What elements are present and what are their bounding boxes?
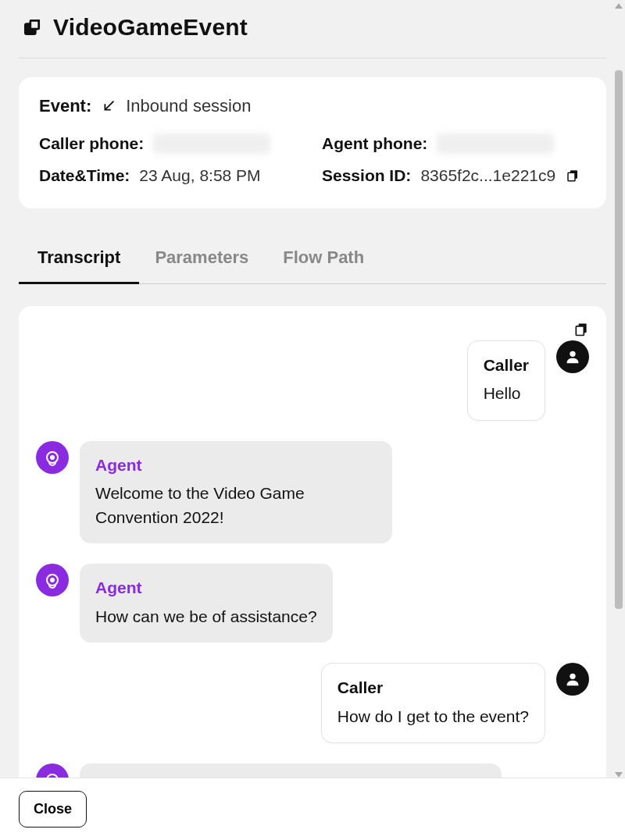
svg-point-6 [570, 351, 575, 357]
inbound-arrow-icon [99, 97, 118, 116]
agent-bubble: Agent How can we be of assistance? [80, 564, 333, 642]
caller-phone-value-redacted [153, 133, 270, 154]
session-id-label: Session ID: [322, 166, 411, 185]
caller-bubble: Caller Hello [467, 340, 545, 421]
agent-name-label: Agent [95, 576, 317, 600]
caller-phone-label: Caller phone: [39, 134, 144, 153]
close-button[interactable]: Close [19, 791, 87, 828]
agent-bubble: Agent Welcome to the Video Game Conventi… [80, 441, 392, 543]
datetime-value: 23 Aug, 8:58 PM [139, 166, 260, 185]
agent-avatar-icon [36, 564, 69, 596]
message-row: Caller Hello [36, 340, 589, 421]
transcript-card: Caller Hello [19, 306, 606, 781]
message-text: How do I get to the event? [338, 705, 529, 728]
message-row: Agent How can we be of assistance? [36, 564, 589, 642]
agent-phone-label: Agent phone: [322, 134, 427, 153]
tab-transcript[interactable]: Transcript [38, 240, 120, 283]
copy-transcript-button[interactable] [573, 322, 589, 337]
scroll-up-arrow-icon[interactable] [615, 3, 623, 9]
caller-phone-row: Caller phone: [39, 133, 303, 154]
message-text: Hello [484, 382, 529, 405]
tab-flow-path[interactable]: Flow Path [283, 240, 364, 283]
copy-session-id-button[interactable] [565, 168, 580, 183]
page-heading: VideoGameEvent [19, 0, 606, 59]
event-type-value: Inbound session [126, 96, 251, 116]
session-id-value: 8365f2c...1e221c9 [420, 166, 555, 185]
event-type-row: Event: Inbound session [39, 96, 586, 116]
message-row: Agent Welcome to the Video Game Conventi… [36, 441, 589, 543]
session-id-row: Session ID: 8365f2c...1e221c9 [322, 166, 586, 185]
external-link-icon [22, 17, 42, 37]
event-card: Event: Inbound session Caller phone: Age… [19, 77, 606, 208]
svg-point-8 [50, 455, 55, 460]
event-label: Event: [39, 96, 91, 116]
agent-avatar-icon [36, 441, 69, 474]
agent-phone-row: Agent phone: [322, 133, 586, 154]
datetime-row: Date&Time: 23 Aug, 8:58 PM [39, 166, 303, 185]
svg-point-10 [50, 578, 55, 582]
caller-name-label: Caller [338, 676, 529, 699]
scrollbar-thumb[interactable] [615, 70, 623, 609]
content-scroll-area: VideoGameEvent Event: Inbound session Ca… [0, 0, 625, 781]
svg-rect-1 [30, 20, 39, 29]
vertical-scrollbar[interactable] [614, 0, 623, 781]
scroll-down-arrow-icon[interactable] [615, 772, 623, 778]
caller-avatar-icon [556, 340, 589, 373]
page-title: VideoGameEvent [53, 14, 248, 41]
svg-rect-3 [568, 173, 575, 181]
agent-name-label: Agent [95, 454, 377, 477]
message-row: Caller How do I get to the event? [36, 663, 589, 743]
svg-point-11 [570, 674, 575, 679]
tabs: Transcript Parameters Flow Path [19, 240, 606, 284]
message-text: How can we be of assistance? [95, 605, 317, 628]
datetime-label: Date&Time: [39, 166, 130, 185]
tab-parameters[interactable]: Parameters [155, 240, 248, 283]
caller-name-label: Caller [484, 354, 529, 377]
message-text: Welcome to the Video Game Convention 202… [95, 482, 377, 529]
caller-avatar-icon [556, 663, 589, 696]
caller-bubble: Caller How do I get to the event? [321, 663, 545, 743]
agent-phone-value-redacted [437, 133, 554, 154]
svg-rect-5 [576, 326, 584, 336]
footer-bar: Close [0, 778, 625, 840]
